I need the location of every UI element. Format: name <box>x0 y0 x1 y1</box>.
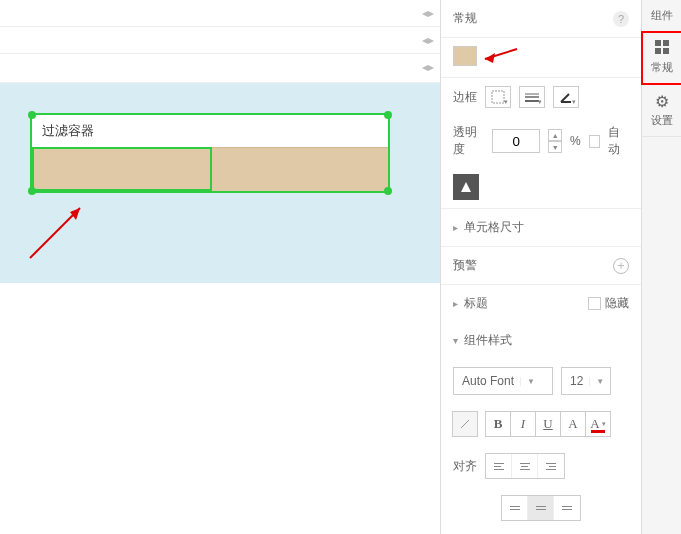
opacity-label: 透明度 <box>453 124 484 158</box>
svg-line-2 <box>485 49 517 59</box>
dropdown-icon: ▼ <box>520 377 535 386</box>
svg-line-9 <box>461 420 469 428</box>
opacity-down[interactable]: ▼ <box>548 141 562 153</box>
chevron-right-icon: ▸ <box>453 222 458 233</box>
filter-container-title: 过滤容器 <box>32 115 388 147</box>
bold-button[interactable]: B <box>485 411 511 437</box>
dropdown-icon: ▼ <box>589 377 604 386</box>
opacity-up[interactable]: ▲ <box>548 129 562 141</box>
v-align-group <box>501 495 581 521</box>
svg-rect-4 <box>492 91 504 103</box>
align-left-button[interactable] <box>486 454 512 478</box>
filter-cell-1[interactable] <box>32 147 212 191</box>
svg-rect-8 <box>561 101 571 103</box>
tab-components-label: 组件 <box>651 9 673 21</box>
gear-icon: ⚙ <box>642 92 681 111</box>
align-row: 对齐 <box>441 445 641 487</box>
svg-line-0 <box>30 208 80 258</box>
italic-button[interactable]: I <box>510 411 536 437</box>
hide-checkbox[interactable] <box>588 297 601 310</box>
annotation-arrow-cell <box>20 198 100 268</box>
tab-components[interactable]: 组件 <box>642 0 681 32</box>
row-3: ◂▸ <box>0 54 440 81</box>
hide-label: 隐藏 <box>605 295 629 312</box>
h-align-group <box>485 453 565 479</box>
alert-section[interactable]: 预警 + <box>441 246 641 285</box>
format-group: B I U A A▾ <box>486 411 611 437</box>
font-style-a-button[interactable]: A <box>560 411 586 437</box>
tab-general[interactable]: 常规 <box>642 32 681 84</box>
row-toggle-icon[interactable]: ◂▸ <box>422 6 434 20</box>
v-align-row <box>441 487 641 529</box>
row-1: ◂▸ <box>0 0 440 27</box>
align-middle-button[interactable] <box>528 496 554 520</box>
panel-title: 常规 <box>453 10 477 27</box>
annotation-arrow-swatch <box>477 44 527 74</box>
underline-button[interactable]: U <box>535 411 561 437</box>
title-section[interactable]: ▸标题 隐藏 <box>441 285 641 322</box>
opacity-spinner: ▲ ▼ <box>548 129 562 153</box>
right-tab-bar: 组件 常规 ⚙ 设置 <box>641 0 681 534</box>
border-section: 边框 ▾ ▾ ▾ <box>441 78 641 116</box>
align-bottom-button[interactable] <box>554 496 580 520</box>
properties-panel: 常规 ? 边框 ▾ ▾ ▾ 透明度 ▲ ▼ % 自动 <box>440 0 641 534</box>
row-2: ◂▸ <box>0 27 440 54</box>
chevron-down-icon: ▾ <box>453 335 458 346</box>
canvas-area: ◂▸ ◂▸ ◂▸ 过滤容器 <box>0 0 440 534</box>
auto-checkbox[interactable] <box>589 135 601 148</box>
format-row: B I U A A▾ <box>441 403 641 445</box>
fill-section <box>441 38 641 78</box>
title-label: 标题 <box>464 296 488 310</box>
font-family-value: Auto Font <box>462 374 514 388</box>
opacity-unit: % <box>570 134 581 148</box>
align-top-button[interactable] <box>502 496 528 520</box>
resize-handle-bl[interactable] <box>28 187 36 195</box>
fill-color-swatch[interactable] <box>453 46 477 66</box>
top-rows: ◂▸ ◂▸ ◂▸ <box>0 0 440 83</box>
component-style-label: 组件样式 <box>464 333 512 347</box>
border-style-picker[interactable]: ▾ <box>485 86 511 108</box>
font-family-select[interactable]: Auto Font ▼ <box>453 367 553 395</box>
text-color-button[interactable] <box>452 411 478 437</box>
border-label: 边框 <box>453 89 477 106</box>
chevron-right-icon: ▸ <box>453 298 458 309</box>
row-toggle-icon[interactable]: ◂▸ <box>422 60 434 74</box>
filter-cell-2[interactable] <box>212 147 388 191</box>
resize-handle-tl[interactable] <box>28 111 36 119</box>
tab-settings[interactable]: ⚙ 设置 <box>642 84 681 137</box>
style-preset-section <box>441 166 641 209</box>
resize-handle-tr[interactable] <box>384 111 392 119</box>
filter-container-body <box>32 147 388 191</box>
add-alert-button[interactable]: + <box>613 258 629 274</box>
align-right-button[interactable] <box>538 454 564 478</box>
grid-icon <box>642 40 681 58</box>
auto-label: 自动 <box>608 124 629 158</box>
font-size-select[interactable]: 12 ▼ <box>561 367 611 395</box>
svg-marker-3 <box>485 53 495 63</box>
style-preset-button[interactable] <box>453 174 479 200</box>
font-size-value: 12 <box>570 374 583 388</box>
resize-handle-br[interactable] <box>384 187 392 195</box>
font-row: Auto Font ▼ 12 ▼ <box>441 359 641 403</box>
svg-marker-1 <box>70 208 80 220</box>
row-toggle-icon[interactable]: ◂▸ <box>422 33 434 47</box>
font-color-button[interactable]: A▾ <box>585 411 611 437</box>
border-color-picker[interactable]: ▾ <box>553 86 579 108</box>
tab-general-label: 常规 <box>651 61 673 73</box>
align-center-button[interactable] <box>512 454 538 478</box>
component-style-section[interactable]: ▾组件样式 <box>441 322 641 359</box>
align-label: 对齐 <box>453 458 477 475</box>
help-icon[interactable]: ? <box>613 11 629 27</box>
opacity-input[interactable] <box>492 129 540 153</box>
border-width-picker[interactable]: ▾ <box>519 86 545 108</box>
canvas-background[interactable]: 过滤容器 <box>0 83 440 283</box>
filter-container[interactable]: 过滤容器 <box>30 113 390 193</box>
alert-label: 预警 <box>453 257 477 274</box>
cell-size-label: 单元格尺寸 <box>464 220 524 234</box>
cell-size-section[interactable]: ▸单元格尺寸 <box>441 209 641 246</box>
panel-header: 常规 ? <box>441 0 641 38</box>
tab-settings-label: 设置 <box>651 114 673 126</box>
opacity-section: 透明度 ▲ ▼ % 自动 <box>441 116 641 166</box>
